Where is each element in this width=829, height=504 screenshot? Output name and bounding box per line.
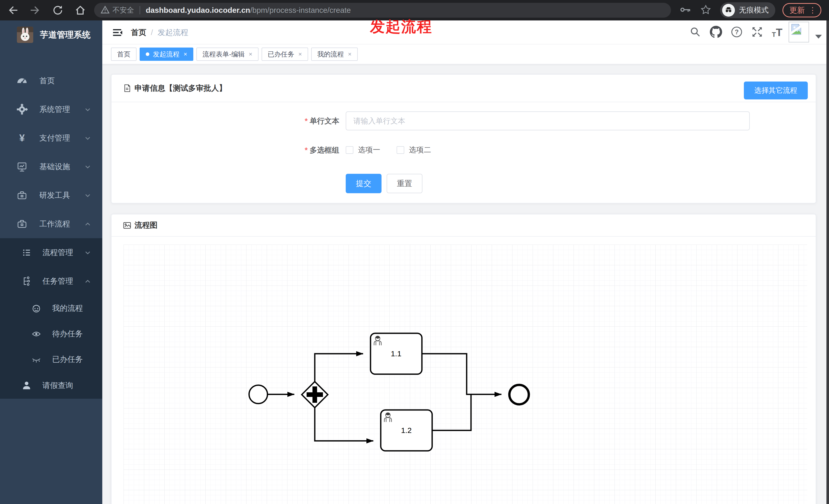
sidebar-item-payment[interactable]: ¥ 支付管理 [0,124,102,152]
page-annotation: 发起流程 [370,17,432,37]
chevron-up-icon [84,278,91,286]
reload-icon[interactable] [52,4,64,16]
sidebar-item-label: 系统管理 [39,104,70,115]
security-label[interactable]: 不安全 [112,5,134,15]
avatar[interactable] [789,22,809,42]
required-asterisk: * [305,146,308,154]
browser-menu-icon[interactable]: ⋮ [809,6,817,14]
sidebar-item-todo-tasks[interactable]: 待办任务 [0,321,102,347]
sidebar-item-devtools[interactable]: 研发工具 [0,181,102,209]
user-icon [21,380,33,391]
breadcrumb-separator: / [151,28,153,37]
url-divider [140,6,140,14]
face-icon [30,303,42,314]
checkbox-option-1-label[interactable]: 选项一 [358,145,380,155]
sidebar-item-label: 研发工具 [39,190,70,201]
gear-icon [16,104,28,115]
process-diagram-card-header: 流程图 [111,215,816,237]
apply-info-title: 申请信息【测试多审批人】 [135,83,226,93]
help-icon[interactable]: ? [731,26,743,39]
submit-button[interactable]: 提交 [346,174,382,193]
bpmn-start-event [249,385,267,403]
tab-label: 流程表单-编辑 [203,50,245,59]
avatar-dropdown-caret-icon[interactable] [815,35,822,39]
close-icon[interactable]: × [298,51,302,57]
reset-button[interactable]: 重置 [387,174,423,193]
password-key-icon[interactable] [680,4,691,16]
document-icon [123,84,132,92]
tabs-bar: 首页 发起流程 × 流程表单-编辑 × 已办任务 × 我的流程 × [102,44,826,65]
tab-start-process[interactable]: 发起流程 × [140,47,193,61]
home-icon[interactable] [74,4,86,16]
app-title: 芋道管理系统 [40,29,91,41]
sidebar-item-my-process[interactable]: 我的流程 [0,296,102,321]
monitor-icon [16,161,28,172]
sidebar-item-leave-query[interactable]: 请假查询 [0,372,102,399]
sidebar-item-label: 基础设施 [39,161,70,172]
select-other-process-button[interactable]: 选择其它流程 [744,81,808,100]
sidebar-item-label: 我的流程 [52,303,83,314]
window-edge [826,21,829,504]
back-icon[interactable] [7,4,19,16]
update-label: 更新 [789,5,805,15]
single-line-text-input[interactable] [346,111,750,130]
tab-label: 我的流程 [317,50,344,59]
font-size-icon[interactable]: TT [772,27,783,38]
sidebar-item-workflow[interactable]: 工作流程 [0,209,102,238]
url-bar[interactable]: 不安全 dashboard.yudao.iocoder.cn /bpm/proc… [94,3,671,17]
incognito-label: 无痕模式 [739,5,769,15]
eye-closed-icon [30,354,42,365]
sidebar-item-done-tasks[interactable]: 已办任务 [0,347,102,372]
github-icon[interactable] [710,26,722,39]
checkbox-option-1[interactable] [346,146,353,154]
close-icon[interactable]: × [348,51,352,57]
sidebar-item-label: 任务管理 [42,276,73,286]
sidebar-item-infra[interactable]: 基础设施 [0,152,102,181]
tab-home[interactable]: 首页 [111,47,137,61]
sidebar-item-task-mgmt[interactable]: 任务管理 [0,267,102,296]
chevron-down-icon [84,192,91,201]
sidebar-item-process-mgmt[interactable]: 流程管理 [0,238,102,267]
close-icon[interactable]: × [184,51,187,57]
sidebar-item-label: 请假查询 [42,380,73,391]
app-logo-row[interactable]: 芋道管理系统 [0,21,102,45]
checkbox-group: 选项一 选项二 [346,143,431,157]
update-button[interactable]: 更新 ⋮ [783,3,821,17]
bookmark-star-icon[interactable] [700,4,711,16]
sidebar-item-label: 工作流程 [39,219,70,229]
url-path: /bpm/process-instance/create [250,6,351,14]
tab-label: 发起流程 [153,50,180,59]
tab-done-tasks[interactable]: 已办任务 × [262,47,308,61]
breadcrumb-current: 发起流程 [157,27,188,38]
incognito-badge: 无痕模式 [720,2,775,18]
bpmn-task-label: 1.2 [401,426,412,434]
checkbox-option-2[interactable] [397,146,404,154]
tab-form-edit[interactable]: 流程表单-编辑 × [196,47,258,61]
list-icon [21,247,33,258]
collapse-menu-icon[interactable] [111,26,124,40]
sidebar-item-label: 首页 [39,76,55,86]
active-dot-icon [146,52,149,56]
app-header: 首页 / 发起流程 ? TT [102,21,826,44]
bpmn-canvas[interactable]: 1.1 1.2 [123,244,807,504]
broken-image-icon [790,23,802,36]
sidebar: 芋道管理系统 首页 系统管理 ¥ 支付管理 基础设施 [0,21,102,504]
bpmn-task-label: 1.1 [391,349,401,358]
edge-gateway-task11 [315,354,363,382]
tab-label: 首页 [117,50,131,59]
close-icon[interactable]: × [249,51,252,57]
sidebar-item-home[interactable]: 首页 [0,67,102,95]
breadcrumb-home[interactable]: 首页 [131,27,146,38]
fullscreen-icon[interactable] [751,26,763,39]
forward-icon[interactable] [29,4,41,16]
search-icon[interactable] [689,26,701,39]
sidebar-item-label: 流程管理 [42,247,73,258]
chevron-down-icon [84,135,91,143]
checkbox-group-label: *多选框组 [237,143,339,157]
app-logo [17,27,33,43]
eye-open-icon [30,328,42,339]
sidebar-item-system[interactable]: 系统管理 [0,95,102,124]
bpmn-parallel-gateway [302,382,328,408]
checkbox-option-2-label[interactable]: 选项二 [409,145,431,155]
tab-my-process[interactable]: 我的流程 × [311,47,358,61]
